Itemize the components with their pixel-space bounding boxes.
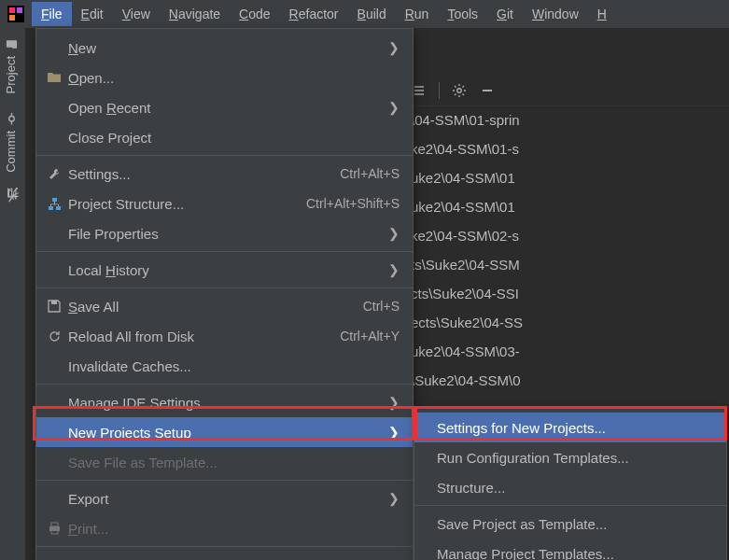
separator — [36, 546, 413, 547]
chevron-right-icon: ❯ — [385, 226, 400, 241]
menu-item-settings[interactable]: Settings...Ctrl+Alt+S — [36, 159, 413, 189]
menu-navigate[interactable]: Navigate — [160, 2, 230, 26]
separator — [36, 480, 413, 481]
svg-point-5 — [457, 88, 461, 91]
app-logo-icon — [4, 4, 28, 24]
menu-file[interactable]: File — [32, 2, 72, 26]
menu-item-label: Close Project — [64, 130, 400, 146]
menu-item-new[interactable]: New❯ — [36, 33, 413, 63]
rail-project[interactable]: Project — [0, 28, 21, 103]
menu-item-label: New — [64, 40, 385, 56]
menu-item-reload-all-from-disk[interactable]: Reload All from DiskCtrl+Alt+Y — [36, 321, 413, 351]
menu-item-export[interactable]: Export❯ — [36, 483, 413, 513]
menu-run[interactable]: Run — [396, 2, 439, 26]
gear-icon[interactable] — [451, 82, 468, 99]
menu-item-label: Print... — [64, 521, 400, 537]
struct-icon — [44, 197, 64, 211]
menu-item-label: File Properties — [64, 226, 385, 242]
folding-row[interactable]: ke2\04-SSM\02-s — [405, 228, 729, 257]
menu-item-local-history[interactable]: Local History❯ — [36, 255, 413, 285]
menu-item-file-properties[interactable]: File Properties❯ — [36, 218, 413, 248]
left-tool-rail: ProjectCommit力扣 — [0, 28, 26, 560]
svg-rect-10 — [51, 523, 58, 526]
menu-build[interactable]: Build — [348, 2, 396, 26]
menu-item-label: Open... — [64, 70, 400, 86]
menu-refactor[interactable]: Refactor — [280, 2, 348, 26]
svg-rect-2 — [17, 7, 22, 13]
chevron-right-icon: ❯ — [385, 425, 400, 440]
shortcut: Ctrl+Alt+Y — [340, 329, 400, 343]
editor-panel: \04-SSM\01-sprinke2\04-SSM\01-suke2\04-S… — [405, 75, 729, 401]
menu-item-manage-ide-settings[interactable]: Manage IDE Settings❯ — [36, 387, 413, 417]
svg-point-4 — [9, 117, 15, 122]
menu-item-label: Export — [64, 491, 385, 507]
separator — [414, 505, 726, 506]
submenu-item-run-configuration-templates[interactable]: Run Configuration Templates... — [414, 442, 726, 472]
rail-commit[interactable]: Commit — [0, 103, 21, 182]
chevron-right-icon: ❯ — [385, 100, 400, 115]
file-menu-dropdown: New❯Open...Open Recent❯Close ProjectSett… — [35, 28, 414, 560]
menu-item-label: Save File as Template... — [64, 455, 400, 470]
shortcut: Ctrl+Alt+S — [340, 166, 400, 181]
menu-item-save-all[interactable]: Save AllCtrl+S — [36, 291, 413, 321]
menu-git[interactable]: Git — [487, 2, 523, 26]
menu-item-label: Save All — [64, 299, 363, 315]
menu-h[interactable]: H — [588, 2, 616, 26]
folding-row[interactable]: ts\Suke2\04-SSM — [405, 257, 729, 286]
rail-力扣[interactable]: 力扣 — [0, 182, 24, 219]
folding-row[interactable]: ects\Suke2\04-SS — [405, 315, 729, 343]
menu-item-invalidate-caches[interactable]: Invalidate Caches... — [36, 351, 413, 381]
new-projects-setup-submenu: Settings for New Projects...Run Configur… — [414, 408, 727, 560]
menu-code[interactable]: Code — [230, 2, 279, 26]
svg-rect-6 — [52, 198, 57, 202]
submenu-item-save-project-as-template[interactable]: Save Project as Template... — [414, 509, 726, 539]
folding-row[interactable]: uke2\04-SSM\01 — [405, 199, 729, 228]
menu-item-close-project[interactable]: Close Project — [36, 122, 413, 152]
folding-row[interactable]: ke2\04-SSM\01-s — [405, 141, 729, 170]
menu-item-save-file-as-template: Save File as Template... — [36, 447, 413, 477]
folding-row[interactable]: \04-SSM\01-sprin — [405, 112, 729, 141]
menu-item-power-save-mode[interactable]: Power Save Mode — [36, 550, 413, 560]
chevron-right-icon: ❯ — [385, 40, 400, 55]
submenu-item-settings-for-new-projects[interactable]: Settings for New Projects... — [414, 413, 726, 442]
folding-row[interactable]: uke2\04-SSM\01 — [405, 170, 729, 199]
submenu-item-manage-project-templates[interactable]: Manage Project Templates... — [414, 539, 726, 560]
print-icon — [44, 522, 64, 536]
menu-window[interactable]: Window — [523, 2, 588, 26]
svg-rect-1 — [9, 7, 15, 13]
menu-tools[interactable]: Tools — [438, 2, 487, 26]
menu-edit[interactable]: Edit — [72, 2, 113, 26]
menu-item-label: Project Structure... — [64, 196, 306, 212]
reload-icon — [44, 329, 64, 343]
menu-item-label: Open Recent — [64, 100, 385, 116]
svg-rect-9 — [51, 301, 57, 304]
separator — [36, 155, 413, 156]
folding-row[interactable]: \Suke2\04-SSM\0 — [405, 372, 729, 401]
folder-icon — [44, 71, 64, 84]
menu-item-label: Invalidate Caches... — [64, 358, 400, 374]
folding-row[interactable]: uke2\04-SSM\03- — [405, 343, 729, 372]
chevron-right-icon: ❯ — [385, 262, 400, 277]
folding-row[interactable]: cts\Suke2\04-SSI — [405, 286, 729, 315]
chevron-right-icon: ❯ — [385, 395, 400, 410]
separator — [36, 287, 413, 288]
menu-item-new-projects-setup[interactable]: New Projects Setup❯ — [36, 417, 413, 447]
breadcrumb-toolbar — [405, 75, 729, 106]
menu-item-open-recent[interactable]: Open Recent❯ — [36, 92, 413, 122]
shortcut: Ctrl+Alt+Shift+S — [306, 196, 400, 211]
menu-item-open[interactable]: Open... — [36, 63, 413, 92]
menu-item-project-structure[interactable]: Project Structure...Ctrl+Alt+Shift+S — [36, 189, 413, 218]
menu-item-label: Settings... — [64, 166, 340, 182]
shortcut: Ctrl+S — [363, 299, 400, 314]
divider — [439, 82, 440, 99]
folding-region-list: \04-SSM\01-sprinke2\04-SSM\01-suke2\04-S… — [405, 106, 729, 401]
menu-view[interactable]: View — [113, 2, 160, 26]
menu-item-print: Print... — [36, 513, 413, 543]
menu-item-label: Power Save Mode — [64, 557, 400, 561]
minimize-icon[interactable] — [479, 82, 496, 99]
save-icon — [44, 300, 64, 313]
menu-item-label: Local History — [64, 262, 385, 278]
submenu-item-structure[interactable]: Structure... — [414, 472, 726, 502]
svg-rect-8 — [56, 206, 61, 210]
menu-item-label: Manage IDE Settings — [64, 395, 385, 411]
